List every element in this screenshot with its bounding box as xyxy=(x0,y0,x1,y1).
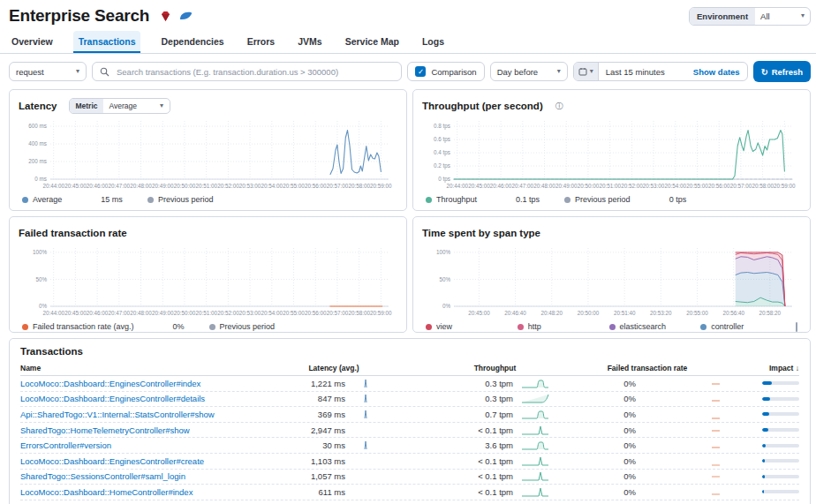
transaction-name-link[interactable]: LocoMoco::Dashboard::EnginesController#c… xyxy=(20,456,276,466)
transaction-name-link[interactable]: LocoMoco::Dashboard::HomeController#inde… xyxy=(20,487,276,497)
time-range-value[interactable]: Last 15 minutes xyxy=(599,67,672,77)
search-icon xyxy=(100,67,110,77)
tab-jvms[interactable]: JVMs xyxy=(295,31,324,53)
svg-text:400 ms: 400 ms xyxy=(28,140,47,147)
legend-item[interactable]: Throughput xyxy=(426,195,477,204)
legend-label: controller xyxy=(711,322,744,331)
transaction-name-link[interactable]: SharedTogo::HomeTelemetryController#show xyxy=(20,425,276,435)
transaction-name-link[interactable]: Api::SharedTogo::V1::Internal::StatsCont… xyxy=(20,410,276,419)
svg-text:20:59:00: 20:59:00 xyxy=(370,183,392,189)
svg-text:20:48:00: 20:48:00 xyxy=(130,310,152,316)
show-dates-button[interactable]: Show dates xyxy=(686,67,747,77)
failed-rate-value: 0% xyxy=(559,425,700,435)
column-header-failed-transaction-rate[interactable]: Failed transaction rate xyxy=(559,364,736,372)
column-header-name[interactable]: Name xyxy=(20,364,276,372)
legend-label: Previous period xyxy=(220,322,276,331)
transaction-name-link[interactable]: SharedTogo::SessionsController#saml_logi… xyxy=(20,471,276,481)
latency-value: 369 ms xyxy=(276,410,347,419)
throughput-value: < 0.1 tpm xyxy=(431,471,515,481)
failed-rate-value: 0% xyxy=(559,440,700,450)
tab-overview[interactable]: Overview xyxy=(9,31,56,53)
comparison-toggle[interactable]: ✓ Comparison xyxy=(407,62,484,81)
column-header-impact[interactable]: Impact ↓ xyxy=(736,364,799,372)
legend-item[interactable]: http xyxy=(518,322,609,331)
tab-dependencies[interactable]: Dependencies xyxy=(158,31,226,53)
svg-text:20:49:00: 20:49:00 xyxy=(152,310,174,316)
svg-text:20:56:40: 20:56:40 xyxy=(722,310,744,316)
info-icon[interactable]: ⓘ xyxy=(555,101,563,112)
failed-rate-value: 0% xyxy=(559,471,700,481)
legend-value: 0% xyxy=(173,322,185,331)
column-header-latency-avg-[interactable]: Latency (avg.) xyxy=(276,364,391,372)
legend-dot-icon xyxy=(426,197,432,203)
svg-text:20:50:00: 20:50:00 xyxy=(174,310,196,316)
failed-rate-sparkline xyxy=(700,440,736,451)
transaction-name-link[interactable]: LocoMoco::Dashboard::EnginesController#d… xyxy=(20,394,276,403)
svg-text:100%: 100% xyxy=(33,249,48,255)
tab-transactions[interactable]: Transactions xyxy=(73,31,141,53)
svg-text:20:45:00: 20:45:00 xyxy=(468,310,490,316)
table-row: Api::SharedTogo::V1::Internal::StatsCont… xyxy=(20,407,799,423)
svg-text:20:55:00: 20:55:00 xyxy=(283,183,305,189)
legend-item[interactable]: Average xyxy=(22,195,62,204)
ruby-icon xyxy=(160,11,171,22)
calendar-icon xyxy=(578,67,587,76)
tab-errors[interactable]: Errors xyxy=(245,31,278,53)
svg-text:20:49:00: 20:49:00 xyxy=(152,183,174,189)
legend-item[interactable]: Previous period xyxy=(147,195,214,204)
legend-item[interactable]: controller xyxy=(700,322,792,331)
legend-item[interactable]: elasticsearch xyxy=(609,322,701,331)
legend-label: elasticsearch xyxy=(620,322,667,331)
table-row: SharedTogo::SessionsController#saml_logi… xyxy=(20,470,799,485)
throughput-sparkline xyxy=(515,378,559,389)
environment-select[interactable]: Environment All ▾ xyxy=(689,7,811,26)
svg-text:20:53:20: 20:53:20 xyxy=(650,310,672,316)
legend-item[interactable]: Failed transaction rate (avg.) xyxy=(22,322,134,331)
impact-bar xyxy=(736,397,799,401)
transaction-name-link[interactable]: LocoMoco::Dashboard::EnginesController#i… xyxy=(20,379,276,388)
svg-text:20:51:00: 20:51:00 xyxy=(195,310,217,316)
svg-text:20:52:00: 20:52:00 xyxy=(217,310,239,316)
svg-text:20:55:00: 20:55:00 xyxy=(686,183,708,189)
svg-text:0 ms: 0 ms xyxy=(34,176,47,182)
transaction-type-select[interactable]: request ▾ xyxy=(9,62,87,81)
chevron-down-icon: ▾ xyxy=(160,102,163,109)
tab-logs[interactable]: Logs xyxy=(419,31,447,53)
svg-text:20:54:00: 20:54:00 xyxy=(261,183,283,189)
failed-rate-sparkline xyxy=(700,425,736,436)
throughput-value: < 0.1 tpm xyxy=(431,425,515,435)
failed-rate-value: 0% xyxy=(559,456,700,466)
search-input[interactable] xyxy=(115,66,394,78)
legend-label: Failed transaction rate (avg.) xyxy=(33,322,134,331)
svg-text:20:44:00: 20:44:00 xyxy=(42,310,64,316)
transactions-table-panel: Transactions NameLatency (avg.)Throughpu… xyxy=(9,338,811,504)
latency-metric-select[interactable]: Metric Average ▾ xyxy=(69,98,170,114)
column-header-throughput[interactable]: Throughput xyxy=(431,364,559,372)
legend-dot-icon xyxy=(426,324,432,330)
latency-value: 2,947 ms xyxy=(276,425,347,435)
throughput-sparkline xyxy=(515,425,559,436)
svg-text:20:58:00: 20:58:00 xyxy=(348,310,370,316)
throughput-sparkline xyxy=(515,440,559,451)
failed-rate-panel-title: Failed transaction rate xyxy=(19,228,127,238)
refresh-button[interactable]: ↻ Refresh xyxy=(753,61,811,82)
transactions-table-title: Transactions xyxy=(20,346,799,357)
span-types-panel: Time spent by span type 20:45:0020:46:40… xyxy=(412,216,811,333)
tab-service-map[interactable]: Service Map xyxy=(343,31,402,53)
svg-text:20:51:40: 20:51:40 xyxy=(614,310,636,316)
throughput-sparkline xyxy=(515,393,559,404)
legend-item[interactable]: Previous period xyxy=(209,322,276,331)
legend-item[interactable]: Previous period xyxy=(564,195,631,204)
legend-scrollbar[interactable] xyxy=(796,322,797,332)
filter-bar: request ▾ ✓ Comparison Day before ▾ ▾ La… xyxy=(0,54,816,89)
span-types-legend: viewhttpelasticsearchcontroller xyxy=(422,318,801,333)
transaction-name-link[interactable]: ErrorsController#version xyxy=(20,440,276,450)
comparison-period-select[interactable]: Day before ▾ xyxy=(490,62,568,81)
svg-text:20:48:00: 20:48:00 xyxy=(130,183,152,189)
latency-panel: Latency Metric Average ▾ 20:44:0020:45:0… xyxy=(9,89,407,211)
legend-item[interactable]: view xyxy=(426,322,518,331)
quick-select-button[interactable]: ▾ xyxy=(574,63,599,80)
svg-text:20:45:00: 20:45:00 xyxy=(64,183,87,189)
comparison-checkbox[interactable]: ✓ xyxy=(415,66,426,77)
legend-label: Previous period xyxy=(575,195,631,204)
